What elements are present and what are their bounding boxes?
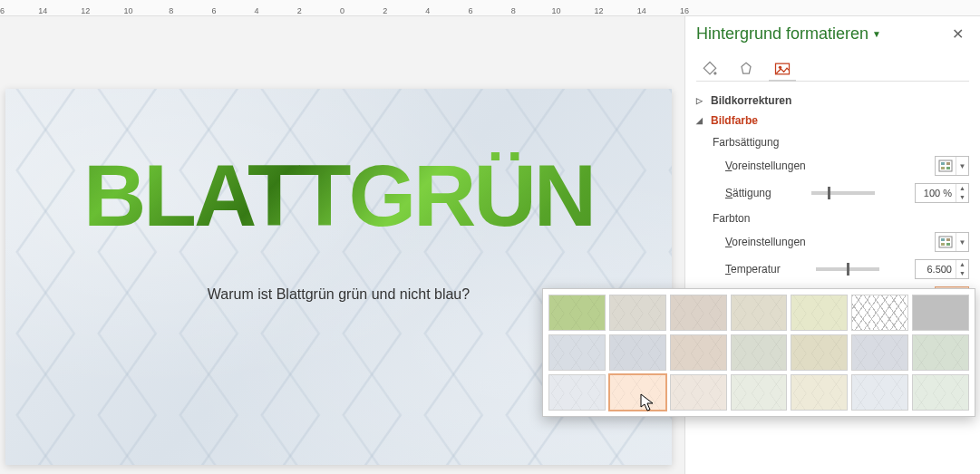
recolor-swatch[interactable] — [548, 334, 606, 371]
ruler-label: 16 — [0, 6, 5, 15]
saturation-slider-label: Sättigung — [725, 187, 771, 199]
presets-icon — [936, 233, 956, 251]
temperature-spinner[interactable]: 6.500 ▲▼ — [915, 259, 969, 279]
panel-title-text: Hintergrund formatieren — [696, 24, 868, 44]
recolor-popup — [542, 288, 975, 417]
recolor-swatch[interactable] — [791, 334, 848, 371]
ruler-label: 16 — [680, 6, 689, 15]
spinner-down-icon[interactable]: ▼ — [956, 269, 968, 278]
recolor-swatch[interactable] — [731, 334, 788, 371]
recolor-swatch[interactable] — [670, 295, 727, 331]
panel-title-dropdown-icon[interactable]: ▼ — [872, 29, 881, 39]
temperature-slider[interactable] — [816, 267, 879, 271]
spinner-up-icon[interactable]: ▲ — [956, 260, 968, 269]
recolor-swatch[interactable] — [731, 295, 788, 331]
saturation-spinner[interactable]: 100 % ▲▼ — [915, 183, 969, 203]
spinner-up-icon[interactable]: ▲ — [956, 184, 968, 193]
horizontal-ruler: 1614121086420246810121416 — [0, 0, 980, 16]
presets-tone-dropdown[interactable]: ▼ — [935, 232, 969, 252]
slide-title[interactable]: BLATTGRÜN — [5, 152, 672, 239]
ruler-label: 4 — [255, 6, 259, 15]
recolor-swatch[interactable] — [731, 374, 788, 411]
ruler-label: 14 — [38, 6, 47, 15]
effects-tab-icon[interactable] — [736, 57, 756, 81]
recolor-swatch[interactable] — [791, 295, 848, 331]
recolor-swatch[interactable] — [912, 295, 969, 331]
saturation-value: 100 % — [916, 188, 956, 198]
recolor-swatch[interactable] — [912, 374, 969, 411]
panel-title: Hintergrund formatieren ▼ — [696, 24, 881, 44]
ruler-label: 2 — [383, 6, 387, 15]
svg-rect-12 — [946, 243, 950, 246]
picture-tab-icon[interactable] — [772, 57, 792, 81]
ruler-label: 10 — [551, 6, 560, 15]
recolor-swatch[interactable] — [791, 374, 848, 411]
recolor-swatch[interactable] — [548, 374, 606, 411]
svg-rect-5 — [946, 162, 950, 165]
recolor-swatch[interactable] — [912, 334, 969, 371]
ruler-label: 8 — [511, 6, 516, 15]
ruler-label: 0 — [340, 6, 344, 15]
recolor-swatch[interactable] — [851, 374, 908, 411]
spinner-down-icon[interactable]: ▼ — [956, 193, 968, 202]
chevron-down-icon: ▼ — [956, 233, 968, 251]
presets-saturation-dropdown[interactable]: ▼ — [935, 156, 969, 176]
svg-rect-7 — [946, 167, 950, 169]
presets-tone-label: Voreinstellungen — [725, 236, 806, 248]
recolor-swatch[interactable] — [609, 374, 666, 411]
recolor-swatch[interactable] — [609, 334, 666, 371]
presets-icon — [936, 157, 956, 175]
svg-rect-4 — [941, 162, 945, 165]
chevron-down-icon: ▼ — [956, 157, 968, 175]
presets-saturation-label: Voreinstellungen — [725, 160, 806, 172]
fill-tab-icon[interactable] — [700, 57, 720, 81]
svg-rect-8 — [939, 237, 952, 247]
recolor-swatch[interactable] — [851, 334, 908, 371]
svg-marker-0 — [742, 63, 751, 73]
temperature-slider-label: Temperatur — [725, 263, 781, 276]
ruler-label: 10 — [124, 6, 133, 15]
recolor-swatch[interactable] — [851, 295, 908, 331]
ruler-label: 14 — [637, 6, 646, 15]
ruler-label: 12 — [595, 6, 604, 15]
temperature-value: 6.500 — [916, 264, 956, 275]
ruler-label: 12 — [81, 6, 90, 15]
ruler-label: 4 — [425, 6, 430, 15]
chevron-right-icon: ▷ — [696, 96, 705, 105]
tone-group-label: Farbton — [713, 207, 969, 228]
svg-rect-3 — [939, 160, 952, 171]
ruler-label: 6 — [469, 6, 473, 15]
recolor-swatch[interactable] — [548, 295, 606, 331]
ruler-label: 6 — [211, 6, 216, 15]
section-color[interactable]: ◢ Bildfarbe — [696, 111, 969, 131]
svg-rect-9 — [941, 238, 945, 241]
panel-tabs — [696, 52, 969, 82]
saturation-group-label: Farbsättigung — [713, 131, 969, 152]
section-color-label: Bildfarbe — [711, 114, 758, 127]
recolor-swatch[interactable] — [670, 374, 727, 411]
close-icon[interactable]: ✕ — [946, 24, 969, 44]
section-corrections[interactable]: ▷ Bildkorrekturen — [696, 91, 969, 111]
recolor-swatch[interactable] — [670, 334, 727, 371]
ruler-label: 2 — [297, 6, 302, 15]
ruler-label: 8 — [169, 6, 173, 15]
section-corrections-label: Bildkorrekturen — [711, 94, 791, 107]
recolor-swatch[interactable] — [609, 295, 666, 331]
chevron-down-icon: ◢ — [696, 116, 705, 125]
svg-rect-11 — [941, 243, 945, 246]
saturation-slider[interactable] — [811, 191, 875, 195]
svg-rect-6 — [941, 167, 945, 169]
svg-rect-10 — [946, 238, 950, 241]
